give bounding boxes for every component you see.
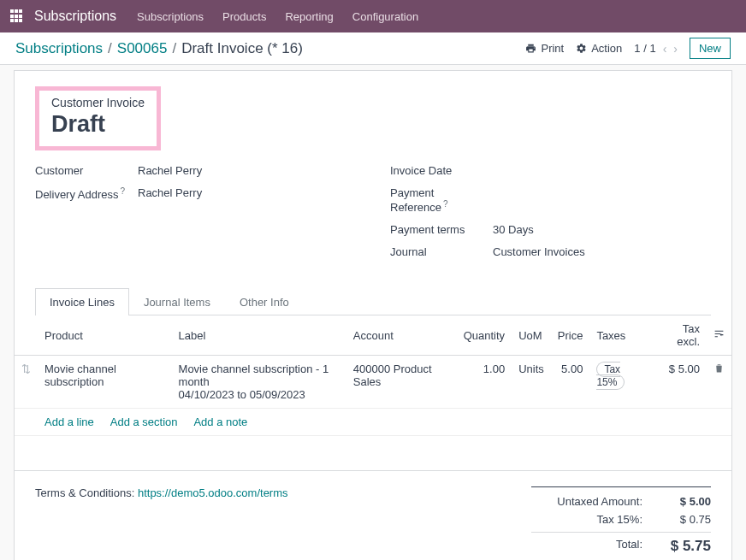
column-settings-icon[interactable]	[707, 315, 731, 356]
total-value: $ 5.75	[660, 538, 711, 555]
breadcrumb-sep: /	[108, 40, 112, 57]
terms-label: Terms & Conditions:	[35, 486, 138, 499]
journal-label: Journal	[390, 245, 493, 258]
action-button[interactable]: Action	[576, 42, 622, 55]
totals: Untaxed Amount: $ 5.00 Tax 15%: $ 0.75 T…	[531, 486, 711, 557]
cell-taxes[interactable]: Tax 15%	[589, 356, 653, 409]
delivery-label: Delivery Address?	[35, 186, 138, 201]
print-label: Print	[541, 42, 564, 55]
payment-ref-label: Payment Reference?	[390, 186, 493, 214]
nav-products[interactable]: Products	[222, 10, 266, 23]
breadcrumb-root[interactable]: Subscriptions	[15, 40, 103, 57]
drag-handle-icon[interactable]: ⇅	[15, 356, 38, 409]
nav-reporting[interactable]: Reporting	[285, 10, 333, 23]
breadcrumb-sep: /	[172, 40, 176, 57]
help-icon[interactable]: ?	[443, 199, 448, 209]
customer-label: Customer	[35, 164, 138, 177]
pager-text: 1 / 1	[634, 42, 655, 55]
pager-prev-icon[interactable]: ‹	[663, 42, 667, 56]
cell-quantity[interactable]: 1.00	[457, 356, 512, 409]
cell-price[interactable]: 5.00	[551, 356, 590, 409]
gear-icon	[576, 43, 587, 54]
terms-conditions: Terms & Conditions: https://demo5.odoo.c…	[35, 486, 288, 499]
tax-chip: Tax 15%	[596, 362, 625, 390]
tab-other-info[interactable]: Other Info	[225, 288, 304, 315]
journal-value[interactable]: Customer Invoices	[493, 245, 585, 258]
tax-label: Tax 15%:	[531, 513, 642, 526]
breadcrumb: Subscriptions / S00065 / Draft Invoice (…	[15, 40, 303, 57]
breadcrumb-current: Draft Invoice (* 16)	[181, 40, 303, 57]
add-line-link[interactable]: Add a line	[44, 416, 94, 428]
payment-terms-label: Payment terms	[390, 223, 493, 236]
add-note-link[interactable]: Add a note	[193, 416, 247, 428]
status-highlight: Customer Invoice Draft	[35, 86, 161, 150]
tab-invoice-lines[interactable]: Invoice Lines	[35, 288, 129, 315]
th-taxes: Taxes	[589, 315, 653, 356]
th-label: Label	[172, 315, 346, 356]
doc-status: Draft	[51, 111, 145, 138]
invoice-date-label: Invoice Date	[390, 164, 493, 177]
new-button[interactable]: New	[690, 38, 731, 59]
pager: 1 / 1 ‹ ›	[634, 42, 678, 56]
nav-configuration[interactable]: Configuration	[352, 10, 418, 23]
untaxed-label: Untaxed Amount:	[531, 495, 642, 508]
customer-value[interactable]: Rachel Perry	[138, 164, 202, 177]
app-name: Subscriptions	[34, 9, 116, 24]
doc-type-label: Customer Invoice	[51, 96, 145, 109]
cell-uom[interactable]: Units	[512, 356, 551, 409]
th-uom: UoM	[512, 315, 551, 356]
invoice-lines-table: Product Label Account Quantity UoM Price…	[15, 315, 731, 436]
cell-account[interactable]: 400000 Product Sales	[346, 356, 457, 409]
pager-next-icon[interactable]: ›	[673, 42, 678, 56]
apps-icon[interactable]	[10, 9, 24, 23]
topbar: Subscriptions Subscriptions Products Rep…	[0, 0, 746, 32]
payment-terms-value[interactable]: 30 Days	[493, 223, 534, 236]
breadcrumb-1[interactable]: S00065	[117, 40, 168, 57]
table-row[interactable]: ⇅ Movie channel subscription Movie chann…	[15, 356, 731, 409]
untaxed-value: $ 5.00	[660, 495, 711, 508]
tab-journal-items[interactable]: Journal Items	[129, 288, 225, 315]
cell-product[interactable]: Movie channel subscription	[38, 356, 172, 409]
print-icon	[525, 43, 536, 54]
add-row: Add a line Add a section Add a note	[15, 409, 731, 436]
help-icon[interactable]: ?	[121, 186, 126, 196]
terms-link[interactable]: https://demo5.odoo.com/terms	[138, 486, 288, 499]
sliders-icon	[713, 328, 725, 339]
form-sheet: Customer Invoice Draft Customer Rachel P…	[14, 70, 732, 560]
delivery-value[interactable]: Rachel Perry	[138, 186, 202, 201]
th-account: Account	[346, 315, 457, 356]
tabs: Invoice Lines Journal Items Other Info	[35, 288, 711, 315]
action-label: Action	[591, 42, 622, 55]
actionbar: Subscriptions / S00065 / Draft Invoice (…	[0, 32, 746, 65]
cell-label[interactable]: Movie channel subscription - 1 month 04/…	[172, 356, 346, 409]
th-quantity: Quantity	[457, 315, 512, 356]
total-label: Total:	[531, 538, 642, 555]
add-section-link[interactable]: Add a section	[110, 416, 178, 428]
delete-row-icon[interactable]	[707, 356, 731, 409]
cell-tax-excl: $ 5.00	[654, 356, 707, 409]
tax-value: $ 0.75	[660, 513, 711, 526]
nav-subscriptions[interactable]: Subscriptions	[137, 10, 204, 23]
th-product: Product	[38, 315, 172, 356]
th-tax-excl: Tax excl.	[654, 315, 707, 356]
th-price: Price	[551, 315, 590, 356]
print-button[interactable]: Print	[525, 42, 564, 55]
